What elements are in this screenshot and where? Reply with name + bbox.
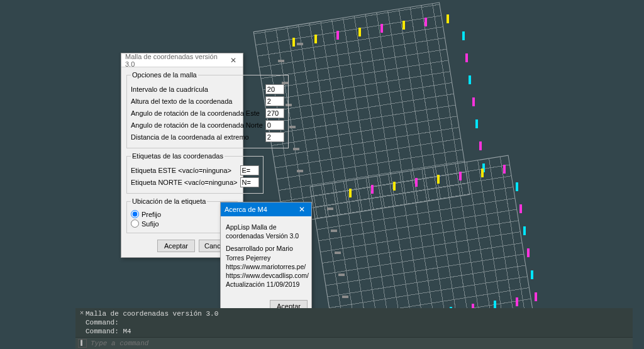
about-dialog: Acerca de M4 ✕ AppLisp Malla de coordena… [220, 202, 312, 317]
close-icon[interactable]: ✕ [296, 204, 308, 214]
extreme-dist-label: Distancia de la coordenada al extremo [131, 133, 263, 141]
grid-options-group: Opciones de la malla Intervalo de la cua… [126, 71, 289, 148]
cad-canvas [0, 0, 644, 349]
command-panel: × Malla de coordenadas versión 3.0 Comma… [75, 308, 633, 349]
rot-north-input[interactable] [265, 120, 284, 130]
dialog2-titlebar[interactable]: Acerca de M4 ✕ [221, 202, 311, 216]
textheight-input[interactable] [265, 96, 284, 106]
grid-options-legend: Opciones de la malla [131, 71, 198, 79]
dialog1-titlebar[interactable]: Malla de coordenadas versión 3.0 ✕ [121, 53, 243, 67]
accept-button[interactable]: Aceptar [157, 240, 195, 252]
north-etq-input[interactable] [240, 177, 259, 187]
textheight-label: Altura del texto de la coordenada [131, 97, 263, 105]
north-etq-label: Etiqueta NORTE <vacío=ninguna> [131, 179, 238, 186]
command-history-line: Command: M4 [86, 327, 630, 336]
rot-east-input[interactable] [265, 108, 284, 118]
rot-north-label: Angulo de rotación de la coordenada Nort… [131, 121, 263, 129]
east-etq-label: Etiqueta ESTE <vacío=ninguna> [131, 167, 238, 174]
dialog2-title: Acerca de M4 [225, 206, 267, 213]
about-line-5: Actualización 11/09/2019 [226, 280, 299, 288]
command-history-line: Malla de coordenadas versión 3.0 [86, 309, 630, 318]
interval-input[interactable] [265, 84, 284, 94]
about-line-4: https://www.devcadlisp.com/ [226, 272, 309, 279]
suffix-radio[interactable] [131, 219, 139, 228]
about-line-2: Desarrollado por Mario Torres Pejerrey [226, 245, 293, 261]
labels-group: Etiquetas de las coordenadas Etiqueta ES… [126, 152, 264, 194]
about-line-3: https://www.mariotorres.pe/ [226, 263, 306, 270]
command-prompt-icon[interactable]: ▌ [78, 339, 87, 348]
prefix-radio-label[interactable]: Prefijo [142, 211, 161, 218]
rot-east-label: Angulo de rotación de la coordenada Este [131, 109, 263, 117]
command-input[interactable] [91, 340, 630, 347]
close-icon[interactable]: ✕ [228, 55, 239, 65]
suffix-radio-label[interactable]: Sufijo [142, 220, 159, 228]
command-history-line: Command: [86, 318, 630, 327]
command-close-icon[interactable]: × [78, 309, 86, 336]
labels-legend: Etiquetas de las coordenadas [131, 152, 225, 160]
label-position-legend: Ubicación de la etiqueta [131, 197, 207, 205]
about-line-1: AppLisp Malla de coordenadas Versión 3.0 [226, 223, 306, 240]
prefix-radio[interactable] [131, 210, 139, 218]
extreme-dist-input[interactable] [265, 132, 284, 142]
interval-label: Intervalo de la cuadrícula [131, 86, 263, 93]
east-etq-input[interactable] [240, 165, 259, 175]
dialog1-title: Malla de coordenadas versión 3.0 [125, 53, 228, 68]
